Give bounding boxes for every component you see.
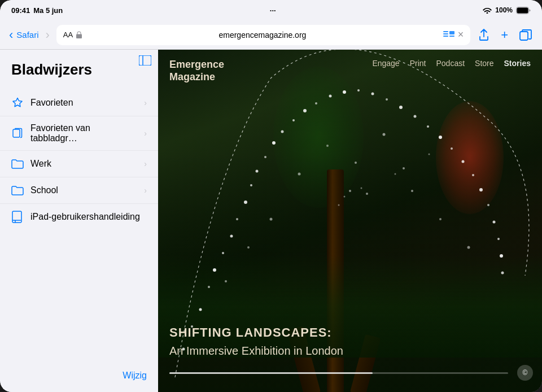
svg-rect-4 (443, 36, 448, 37)
web-nav-links: Engage Print Podcast Store Stories (372, 59, 531, 68)
sidebar-toggle-button[interactable] (139, 55, 151, 68)
url-display[interactable]: emergencemagazine.org (85, 31, 439, 40)
web-viewport: Emergence Magazine Engage Print Podcast … (158, 50, 542, 392)
forward-icon[interactable]: › (43, 25, 52, 45)
ipad-guide-label: iPad-gebruikershandleiding (30, 212, 147, 222)
logo-line2: Magazine (169, 71, 224, 84)
hero-subtitle: An Immersive Exhibition in London (169, 343, 531, 358)
safari-toolbar: ‹ Safari › AA emergencemagazine.org × (0, 20, 542, 50)
status-bar-left: 09:41 Ma 5 jun (11, 6, 63, 15)
chevron-right-icon-4: › (144, 186, 147, 195)
nav-store[interactable]: Store (475, 59, 493, 68)
aa-label[interactable]: AA (63, 31, 73, 39)
magazine-logo[interactable]: Emergence Magazine (169, 59, 224, 83)
scroll-progress-fill (169, 372, 373, 374)
svg-rect-10 (13, 129, 20, 137)
share-button[interactable] (475, 27, 493, 43)
favorieten-label: Favorieten (30, 98, 137, 108)
scroll-progress-bar (169, 372, 508, 374)
sidebar-item-favorieten-tab[interactable]: Favorieten van tabbladgr… › (0, 116, 158, 151)
address-bar[interactable]: AA emergencemagazine.org × (56, 25, 470, 45)
dots-indicator: ··· (270, 6, 276, 15)
wifi-icon (483, 7, 492, 14)
book-icon (11, 211, 24, 223)
school-label: School (30, 185, 137, 195)
nav-engage[interactable]: Engage (372, 59, 399, 68)
sidebar-item-favorieten[interactable]: Favorieten › (0, 90, 158, 116)
nav-stories[interactable]: Stories (504, 59, 531, 68)
status-bar-center: ··· (270, 6, 276, 15)
wijzig-button[interactable]: Wijzig (123, 371, 147, 381)
folder-school-icon (11, 184, 24, 197)
content-area: Bladwijzers Favorieten › (0, 50, 542, 392)
folder-werk-icon (11, 158, 24, 170)
address-bar-close[interactable]: × (458, 29, 464, 41)
sidebar-item-school[interactable]: School › (0, 177, 158, 204)
svg-rect-6 (449, 36, 454, 37)
favorieten-tab-label: Favorieten van tabbladgr… (30, 123, 137, 143)
back-icon[interactable]: ‹ (7, 25, 15, 45)
status-bar: 09:41 Ma 5 jun ··· 100% (0, 0, 542, 20)
battery-icon (516, 7, 531, 14)
lock-icon (76, 31, 82, 38)
chevron-right-icon-3: › (144, 159, 147, 168)
svg-rect-7 (520, 32, 528, 40)
logo-line1: Emergence (169, 59, 224, 71)
nav-print[interactable]: Print (410, 59, 426, 68)
hero-title: SHIFTING LANDSCAPES: (169, 325, 531, 341)
svg-rect-1 (517, 7, 528, 13)
safari-back-label[interactable]: Safari (16, 30, 38, 40)
svg-rect-5 (449, 31, 454, 34)
date-display: Ma 5 jun (33, 6, 63, 15)
copyright-button[interactable]: © (517, 365, 533, 381)
device-frame: 09:41 Ma 5 jun ··· 100% ‹ Safari › (0, 0, 542, 392)
bookmarks-list: Favorieten › Favorieten van tabbladgr… › (0, 90, 158, 230)
bookmarks-tab-icon (11, 127, 24, 140)
reader-icon[interactable] (443, 31, 454, 39)
status-bar-right: 100% (483, 6, 531, 14)
star-icon (11, 97, 24, 109)
time-display: 09:41 (11, 6, 30, 15)
werk-label: Werk (30, 159, 137, 169)
sidebar-item-ipad-guide[interactable]: iPad-gebruikershandleiding (0, 204, 158, 230)
sidebar-panel: Bladwijzers Favorieten › (0, 50, 158, 392)
chevron-right-icon: › (144, 98, 147, 107)
add-button[interactable]: + (497, 25, 512, 45)
svg-rect-3 (443, 33, 448, 34)
web-navigation: Emergence Magazine Engage Print Podcast … (158, 50, 542, 92)
nav-podcast[interactable]: Podcast (436, 59, 465, 68)
tabs-button[interactable] (516, 27, 535, 43)
sidebar-item-werk[interactable]: Werk › (0, 151, 158, 177)
svg-rect-2 (443, 31, 448, 32)
chevron-right-icon-2: › (144, 129, 147, 138)
battery-display: 100% (495, 6, 513, 14)
svg-rect-8 (139, 55, 151, 66)
sidebar-title: Bladwijzers (0, 61, 158, 79)
web-hero-text: SHIFTING LANDSCAPES: An Immersive Exhibi… (169, 325, 531, 358)
